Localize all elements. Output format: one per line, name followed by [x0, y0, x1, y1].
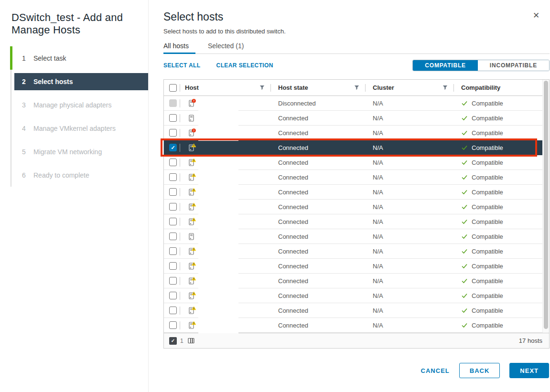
- incompatible-toggle-button[interactable]: INCOMPATIBLE: [478, 60, 549, 71]
- row-checkbox-cell[interactable]: [164, 318, 180, 332]
- column-header-compatibility[interactable]: Compatibility: [454, 80, 542, 95]
- table-row[interactable]: ConnectedN/ACompatible: [164, 244, 542, 259]
- table-row[interactable]: ConnectedN/ACompatible: [164, 229, 542, 244]
- cluster-cell: N/A: [366, 200, 454, 214]
- host-name-redacted: [198, 185, 238, 200]
- table-row[interactable]: ConnectedN/ACompatible: [164, 185, 542, 200]
- select-all-checkbox-cell[interactable]: [164, 80, 180, 95]
- step-label: Migrate VM networking: [33, 148, 102, 156]
- row-checkbox-cell[interactable]: [164, 126, 180, 140]
- host-icon-warning: [187, 158, 196, 167]
- host-icon-warning: [187, 262, 196, 270]
- row-checkbox[interactable]: [169, 218, 177, 225]
- row-checkbox[interactable]: [169, 114, 177, 122]
- table-row[interactable]: ConnectedN/ACompatible: [164, 318, 542, 333]
- wizard-step-2-select-hosts[interactable]: 2Select hosts: [14, 73, 148, 90]
- column-picker-icon[interactable]: [188, 338, 194, 344]
- host-name-redacted: [198, 229, 238, 244]
- compatibility-label: Compatible: [472, 129, 503, 137]
- compatible-check-icon: [461, 204, 468, 210]
- row-checkbox[interactable]: [169, 188, 177, 196]
- row-checkbox-cell[interactable]: [164, 274, 180, 288]
- host-state-cell: Connected: [271, 140, 366, 155]
- column-header-host-state[interactable]: Host state: [271, 80, 366, 95]
- step-label: Select task: [33, 54, 66, 62]
- scrollbar-thumb[interactable]: [544, 81, 548, 329]
- row-checkbox-cell[interactable]: [164, 244, 180, 258]
- table-row[interactable]: ConnectedN/ACompatible: [164, 214, 542, 229]
- table-row[interactable]: ConnectedN/ACompatible: [164, 155, 542, 170]
- compatibility-label: Compatible: [472, 115, 503, 122]
- table-row[interactable]: ConnectedN/ACompatible: [164, 259, 542, 274]
- row-checkbox-cell[interactable]: [164, 185, 180, 199]
- selected-count: 1: [180, 338, 183, 344]
- vertical-scrollbar[interactable]: [542, 80, 549, 333]
- tab-all-hosts[interactable]: All hosts: [163, 42, 195, 53]
- close-icon[interactable]: ✕: [531, 11, 541, 21]
- host-icon-warning: [187, 202, 196, 211]
- host-name-redacted: [198, 318, 238, 333]
- select-all-button[interactable]: SELECT ALL: [163, 62, 201, 69]
- compatibility-cell: Compatible: [454, 214, 542, 229]
- table-row[interactable]: ConnectedN/ACompatible: [164, 140, 542, 155]
- row-checkbox[interactable]: [169, 247, 177, 255]
- row-checkbox-cell[interactable]: [164, 303, 180, 318]
- row-checkbox[interactable]: [169, 203, 177, 211]
- row-checkbox[interactable]: [169, 159, 177, 166]
- wizard-step-1-select-task[interactable]: 1Select task: [14, 46, 148, 70]
- tab-selected[interactable]: Selected (1): [208, 42, 250, 53]
- table-row[interactable]: ConnectedN/ACompatible: [164, 303, 542, 318]
- completed-step-marker: [10, 46, 12, 70]
- clear-selection-button[interactable]: CLEAR SELECTION: [216, 62, 273, 69]
- table-row[interactable]: ConnectedN/ACompatible: [164, 111, 542, 126]
- host-cell: [180, 200, 271, 214]
- filter-icon[interactable]: [259, 85, 265, 90]
- compatibility-cell: Compatible: [454, 259, 542, 273]
- row-checkbox[interactable]: [169, 292, 177, 299]
- row-checkbox[interactable]: [169, 277, 177, 285]
- row-checkbox[interactable]: [169, 144, 177, 151]
- table-row[interactable]: ConnectedN/ACompatible: [164, 200, 542, 214]
- row-checkbox-cell[interactable]: [164, 288, 180, 303]
- host-name-redacted: [198, 96, 238, 111]
- cancel-button[interactable]: CANCEL: [421, 363, 450, 378]
- table-row[interactable]: ConnectedN/ACompatible: [164, 288, 542, 303]
- compatibility-cell: Compatible: [454, 274, 542, 288]
- row-checkbox-cell: [164, 96, 180, 110]
- row-checkbox[interactable]: [169, 321, 177, 329]
- column-header-cluster[interactable]: Cluster: [366, 80, 454, 95]
- table-row[interactable]: ConnectedN/ACompatible: [164, 170, 542, 185]
- filter-icon[interactable]: [354, 85, 359, 90]
- row-checkbox[interactable]: [169, 307, 177, 314]
- row-checkbox[interactable]: [169, 262, 177, 270]
- cluster-cell: N/A: [366, 96, 454, 110]
- row-checkbox-cell[interactable]: [164, 259, 180, 273]
- table-row[interactable]: DisconnectedN/ACompatible: [164, 96, 542, 111]
- header-checkbox[interactable]: [169, 84, 177, 92]
- next-button[interactable]: NEXT: [509, 363, 549, 378]
- compatible-toggle-button[interactable]: COMPATIBLE: [413, 60, 478, 71]
- host-icon-warning: [187, 276, 196, 285]
- footer-selection-checkbox[interactable]: ✓: [169, 337, 177, 345]
- compatible-check-icon: [461, 145, 468, 150]
- compatibility-cell: Compatible: [454, 155, 542, 170]
- row-checkbox[interactable]: [169, 129, 177, 137]
- row-checkbox[interactable]: [169, 173, 177, 181]
- row-checkbox-cell[interactable]: [164, 111, 180, 125]
- host-cell: [180, 185, 271, 199]
- host-state-cell: Connected: [271, 318, 366, 332]
- compatibility-cell: Compatible: [454, 140, 542, 155]
- column-header-host[interactable]: Host: [180, 80, 271, 95]
- row-checkbox-cell[interactable]: [164, 200, 180, 214]
- row-checkbox-cell[interactable]: [164, 140, 180, 155]
- wizard-step-3-manage-physical-adapters: 3Manage physical adapters: [14, 93, 148, 117]
- row-checkbox-cell[interactable]: [164, 229, 180, 244]
- row-checkbox-cell[interactable]: [164, 214, 180, 229]
- table-row[interactable]: ConnectedN/ACompatible: [164, 274, 542, 288]
- back-button[interactable]: BACK: [459, 363, 500, 378]
- row-checkbox-cell[interactable]: [164, 170, 180, 184]
- row-checkbox[interactable]: [169, 233, 177, 240]
- row-checkbox-cell[interactable]: [164, 155, 180, 170]
- filter-icon[interactable]: [442, 85, 448, 90]
- table-row[interactable]: ConnectedN/ACompatible: [164, 126, 542, 140]
